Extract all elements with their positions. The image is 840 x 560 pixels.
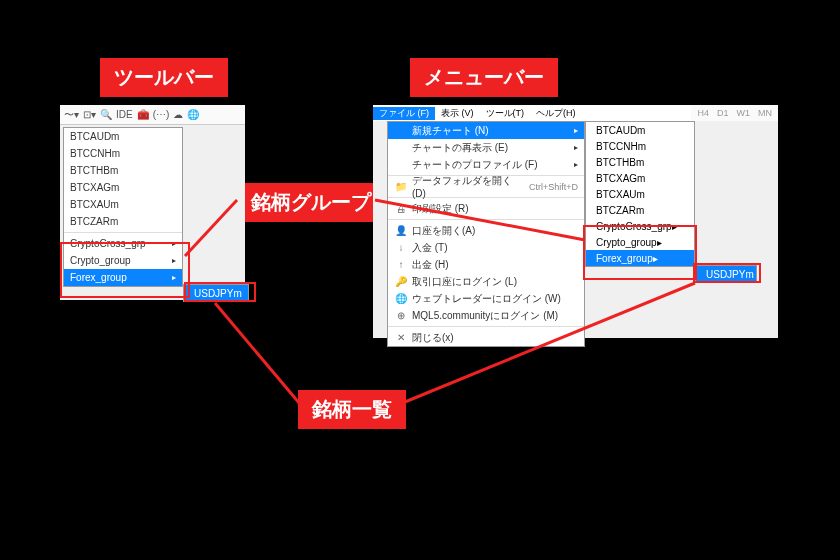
menu-item[interactable]: 👤口座を開く(A): [388, 222, 584, 239]
menu-icon: ↓: [394, 242, 408, 253]
menu-item-label: チャートの再表示 (E): [412, 141, 508, 155]
menu-item-label: MQL5.communityにログイン (M): [412, 309, 558, 323]
menu-view[interactable]: 表示 (V): [435, 107, 480, 120]
toolbar-symbol-dropdown: BTCAUDm BTCCNHm BTCTHBm BTCXAGm BTCXAUm …: [63, 127, 183, 287]
group-item-forex[interactable]: Forex_group▸: [64, 269, 182, 286]
group-item[interactable]: Crypto_group▸: [586, 234, 694, 250]
menu-item[interactable]: ⊕MQL5.communityにログイン (M): [388, 307, 584, 324]
chevron-right-icon: ▸: [657, 237, 662, 248]
chevron-right-icon: ▸: [653, 253, 658, 264]
menu-icon: ↑: [394, 259, 408, 270]
menu-item[interactable]: 🌐ウェブトレーダーにログイン (W): [388, 290, 584, 307]
menu-icon: 📁: [394, 181, 408, 192]
menu-item-label: 口座を開く(A): [412, 224, 475, 238]
chevron-right-icon: ▸: [172, 256, 176, 265]
menu-icon: ⊕: [394, 310, 408, 321]
chevron-right-icon: ▸: [574, 160, 578, 169]
list-item[interactable]: BTCXAGm: [64, 179, 182, 196]
menu-icon: ✕: [394, 332, 408, 343]
group-item[interactable]: CryptoCross_grp▸: [586, 218, 694, 234]
label-symbol-list: 銘柄一覧: [298, 390, 406, 429]
symbol-item-usdjpym[interactable]: USDJPYm: [184, 285, 248, 301]
zoom-icon[interactable]: 🔍: [100, 109, 112, 120]
globe-icon[interactable]: 🌐: [187, 109, 199, 120]
menubar-symbol-submenu: USDJPYm: [695, 265, 757, 283]
tf-h4[interactable]: H4: [697, 108, 709, 118]
separator: [64, 232, 182, 233]
menu-item[interactable]: 新規チャート (N)▸: [388, 122, 584, 139]
label-symbol-group: 銘柄グループ: [237, 183, 385, 222]
group-item-forex[interactable]: Forex_group▸: [586, 250, 694, 266]
toolbar-submenu: USDJPYm: [183, 284, 249, 302]
menu-item-label: 印刷設定 (R): [412, 202, 469, 216]
menu-item[interactable]: 📁データフォルダを開く(D)Ctrl+Shift+D: [388, 178, 584, 195]
newchart-submenu: BTCAUDm BTCCNHm BTCTHBm BTCXAGm BTCXAUm …: [585, 121, 695, 267]
list-item[interactable]: BTCTHBm: [586, 154, 694, 170]
list-item[interactable]: BTCCNHm: [64, 145, 182, 162]
menu-item-label: チャートのプロファイル (F): [412, 158, 538, 172]
file-menu: 新規チャート (N)▸チャートの再表示 (E)▸チャートのプロファイル (F)▸…: [387, 121, 585, 347]
menu-item-label: 出金 (H): [412, 258, 449, 272]
svg-line-2: [215, 303, 300, 404]
list-item[interactable]: BTCTHBm: [64, 162, 182, 179]
ide-icon[interactable]: IDE: [116, 109, 133, 120]
chevron-right-icon: ▸: [172, 273, 176, 282]
chart-line-icon[interactable]: 〜▾: [64, 108, 79, 122]
separator: [388, 219, 584, 220]
list-item[interactable]: BTCZARm: [586, 202, 694, 218]
menu-item[interactable]: ✕閉じる(x): [388, 329, 584, 346]
toolbar-panel: 〜▾ ⊡▾ 🔍 IDE 🧰 (⋯) ☁ 🌐 BTCAUDm BTCCNHm BT…: [60, 105, 245, 300]
list-item[interactable]: BTCXAGm: [586, 170, 694, 186]
chart-bar-icon[interactable]: ⊡▾: [83, 109, 96, 120]
menu-item-label: 新規チャート (N): [412, 124, 489, 138]
separator: [388, 326, 584, 327]
menu-item-label: 取引口座にログイン (L): [412, 275, 517, 289]
list-item[interactable]: BTCXAUm: [586, 186, 694, 202]
list-item[interactable]: BTCCNHm: [586, 138, 694, 154]
tf-mn[interactable]: MN: [758, 108, 772, 118]
tf-w1[interactable]: W1: [737, 108, 751, 118]
menu-item-label: データフォルダを開く(D): [412, 174, 525, 199]
toolbar-row[interactable]: 〜▾ ⊡▾ 🔍 IDE 🧰 (⋯) ☁ 🌐: [60, 105, 245, 125]
menu-item[interactable]: チャートのプロファイル (F)▸: [388, 156, 584, 173]
group-item[interactable]: Crypto_group▸: [64, 252, 182, 269]
menu-item[interactable]: チャートの再表示 (E)▸: [388, 139, 584, 156]
symbol-item-usdjpym[interactable]: USDJPYm: [696, 266, 756, 282]
timeframe-bar[interactable]: H4 D1 W1 MN: [691, 105, 778, 121]
menu-icon: 🌐: [394, 293, 408, 304]
menu-item[interactable]: ↓入金 (T): [388, 239, 584, 256]
chevron-right-icon: ▸: [574, 126, 578, 135]
shortcut: Ctrl+Shift+D: [529, 182, 578, 192]
chevron-right-icon: ▸: [172, 239, 176, 248]
menu-icon: 🔑: [394, 276, 408, 287]
menubar-panel: ファイル (F) 表示 (V) ツール(T) ヘルプ(H) H4 D1 W1 M…: [373, 105, 778, 338]
menu-item[interactable]: 🖨印刷設定 (R): [388, 200, 584, 217]
chevron-right-icon: ▸: [574, 143, 578, 152]
list-item[interactable]: BTCXAUm: [64, 196, 182, 213]
label-menubar: メニューバー: [410, 58, 558, 97]
tf-d1[interactable]: D1: [717, 108, 729, 118]
chevron-right-icon: ▸: [672, 221, 677, 232]
menu-tools[interactable]: ツール(T): [480, 107, 531, 120]
cloud-icon[interactable]: ☁: [173, 109, 183, 120]
signal-icon[interactable]: (⋯): [153, 109, 170, 120]
menu-icon: 🖨: [394, 203, 408, 214]
menu-help[interactable]: ヘルプ(H): [530, 107, 582, 120]
menu-file[interactable]: ファイル (F): [373, 107, 435, 120]
menu-item-label: 閉じる(x): [412, 331, 454, 345]
menu-icon: 👤: [394, 225, 408, 236]
list-item[interactable]: BTCAUDm: [586, 122, 694, 138]
folder-icon[interactable]: 🧰: [137, 109, 149, 120]
label-toolbar: ツールバー: [100, 58, 228, 97]
list-item[interactable]: BTCZARm: [64, 213, 182, 230]
menu-item-label: 入金 (T): [412, 241, 448, 255]
menu-item-label: ウェブトレーダーにログイン (W): [412, 292, 561, 306]
group-item[interactable]: CryptoCross_grp▸: [64, 235, 182, 252]
list-item[interactable]: BTCAUDm: [64, 128, 182, 145]
menu-item[interactable]: ↑出金 (H): [388, 256, 584, 273]
menu-item[interactable]: 🔑取引口座にログイン (L): [388, 273, 584, 290]
